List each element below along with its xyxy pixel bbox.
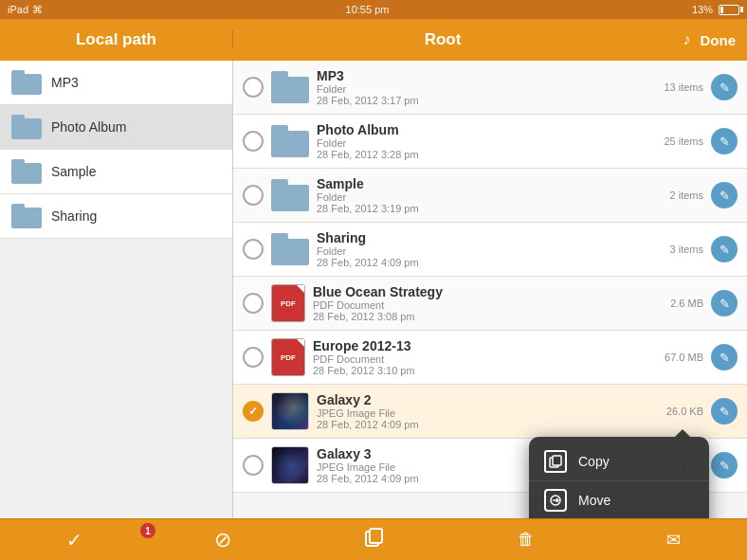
edit-icon[interactable]: ✎ xyxy=(711,344,738,370)
table-row[interactable]: Sharing Folder 28 Feb, 2012 4:09 pm 3 it… xyxy=(233,223,747,277)
edit-icon[interactable]: ✎ xyxy=(711,398,738,425)
pdf-label: PDF xyxy=(281,299,296,308)
folder-icon xyxy=(11,204,42,228)
edit-icon[interactable]: ✎ xyxy=(711,236,738,262)
file-type: PDF Document xyxy=(313,353,647,365)
toolbar-delete-button[interactable]: 🗑 xyxy=(502,526,550,553)
table-row[interactable]: Photo Album Folder 28 Feb, 2012 3:28 pm … xyxy=(233,115,747,169)
edit-icon[interactable]: ✎ xyxy=(711,128,738,154)
sidebar-item-label: Photo Album xyxy=(51,119,126,135)
file-type: Folder xyxy=(317,191,647,203)
file-info: Photo Album Folder 28 Feb, 2012 3:28 pm xyxy=(317,122,647,160)
file-date: 28 Feb, 2012 3:10 pm xyxy=(313,365,647,376)
move-label: Move xyxy=(578,493,610,508)
folder-icon xyxy=(11,70,42,95)
copy-label: Copy xyxy=(578,454,610,469)
mail-icon: ✉ xyxy=(666,530,681,551)
sidebar-item-label: Sample xyxy=(51,164,96,179)
file-type: JPEG Image File xyxy=(317,407,647,419)
sidebar-item-label: Sharing xyxy=(51,208,97,224)
content-area: MP3 Photo Album Sample Sharing MP3 Folde… xyxy=(0,61,747,518)
folder-thumbnail xyxy=(271,179,309,211)
pdf-label: PDF xyxy=(281,353,296,362)
main-title: Root xyxy=(233,30,652,49)
file-info: Europe 2012-13 PDF Document 28 Feb, 2012… xyxy=(313,338,647,376)
table-row[interactable]: Galaxy 2 JPEG Image File 28 Feb, 2012 4:… xyxy=(233,385,747,439)
radio-button[interactable] xyxy=(243,131,264,152)
context-menu-move[interactable]: Move xyxy=(529,481,709,518)
edit-icon[interactable]: ✎ xyxy=(711,452,738,479)
status-time: 10:55 pm xyxy=(346,4,390,15)
toolbar-check-button[interactable]: ✓ xyxy=(51,525,98,555)
table-row[interactable]: PDF Europe 2012-13 PDF Document 28 Feb, … xyxy=(233,331,747,385)
status-right: 13% xyxy=(692,4,739,15)
sidebar-item-mp3[interactable]: MP3 xyxy=(0,61,232,105)
context-menu-copy[interactable]: Copy xyxy=(529,443,709,481)
battery-percent: 13% xyxy=(692,4,713,15)
edit-icon[interactable]: ✎ xyxy=(711,74,738,100)
sidebar-item-sample[interactable]: Sample xyxy=(0,150,232,194)
folder-thumbnail xyxy=(271,71,309,103)
radio-button[interactable] xyxy=(243,293,264,314)
file-info: MP3 Folder 28 Feb, 2012 3:17 pm xyxy=(317,68,647,106)
music-icon[interactable]: ♪ xyxy=(683,31,691,48)
svg-rect-1 xyxy=(553,456,561,465)
radio-button[interactable] xyxy=(243,347,264,368)
file-size: 3 items xyxy=(647,244,703,255)
edit-icon[interactable]: ✎ xyxy=(711,182,738,208)
table-row[interactable]: PDF Blue Ocean Strategy PDF Document 28 … xyxy=(233,277,747,331)
file-name: Galaxy 2 xyxy=(317,392,647,407)
toolbar-copy-button[interactable] xyxy=(349,523,400,556)
file-size: 26.0 KB xyxy=(647,406,703,417)
folder-icon xyxy=(11,115,42,139)
file-size: 67.0 MB xyxy=(647,352,703,363)
table-row[interactable]: Sample Folder 28 Feb, 2012 3:19 pm 2 ite… xyxy=(233,169,747,223)
copy-action-icon xyxy=(364,527,385,552)
file-date: 28 Feb, 2012 3:17 pm xyxy=(317,95,647,106)
file-name: Sharing xyxy=(317,230,647,245)
toolbar-cancel-button[interactable]: ⊘ xyxy=(199,524,246,556)
file-type: Folder xyxy=(317,245,647,257)
sidebar-title: Local path xyxy=(0,30,233,49)
radio-button[interactable] xyxy=(243,455,264,476)
wifi-icon: ⌘ xyxy=(32,4,43,16)
table-row[interactable]: MP3 Folder 28 Feb, 2012 3:17 pm 13 items… xyxy=(233,61,747,115)
radio-button-checked[interactable] xyxy=(243,401,264,422)
done-button[interactable]: Done xyxy=(701,32,737,48)
copy-icon xyxy=(544,450,567,473)
header-right: ♪ Done xyxy=(652,31,747,48)
sidebar-item-photo-album[interactable]: Photo Album xyxy=(0,105,232,150)
file-name: Photo Album xyxy=(317,122,647,137)
sidebar-item-sharing[interactable]: Sharing xyxy=(0,194,232,239)
file-type: PDF Document xyxy=(313,299,647,311)
file-type: Folder xyxy=(317,137,647,149)
file-date: 28 Feb, 2012 3:28 pm xyxy=(317,149,647,160)
toolbar: 1 ✓ ⊘ 🗑 ✉ xyxy=(0,518,747,560)
toolbar-share-button[interactable]: ✉ xyxy=(651,526,696,554)
file-list: MP3 Folder 28 Feb, 2012 3:17 pm 13 items… xyxy=(233,61,747,518)
folder-icon xyxy=(11,159,42,184)
file-name: MP3 xyxy=(317,68,647,83)
battery-icon xyxy=(719,5,739,15)
move-icon xyxy=(544,489,567,512)
sidebar-item-label: MP3 xyxy=(51,75,79,90)
toolbar-badge: 1 xyxy=(140,523,155,538)
file-info: Galaxy 2 JPEG Image File 28 Feb, 2012 4:… xyxy=(317,392,647,430)
check-icon: ✓ xyxy=(66,529,82,551)
file-info: Sharing Folder 28 Feb, 2012 4:09 pm xyxy=(317,230,647,268)
file-name: Blue Ocean Strategy xyxy=(313,284,647,299)
radio-button[interactable] xyxy=(243,239,264,260)
file-date: 28 Feb, 2012 4:09 pm xyxy=(317,257,647,268)
file-info: Blue Ocean Strategy PDF Document 28 Feb,… xyxy=(313,284,647,322)
edit-icon[interactable]: ✎ xyxy=(711,290,738,316)
folder-thumbnail xyxy=(271,125,309,157)
file-info: Sample Folder 28 Feb, 2012 3:19 pm xyxy=(317,176,647,214)
sidebar: MP3 Photo Album Sample Sharing xyxy=(0,61,233,518)
radio-button[interactable] xyxy=(243,77,264,98)
file-size: 25 items xyxy=(647,135,703,147)
radio-button[interactable] xyxy=(243,185,264,206)
file-size: 2.6 MB xyxy=(647,298,703,309)
delete-icon: 🗑 xyxy=(518,530,535,550)
status-bar: iPad ⌘ 10:55 pm 13% xyxy=(0,0,747,19)
pdf-thumbnail: PDF xyxy=(271,338,305,376)
